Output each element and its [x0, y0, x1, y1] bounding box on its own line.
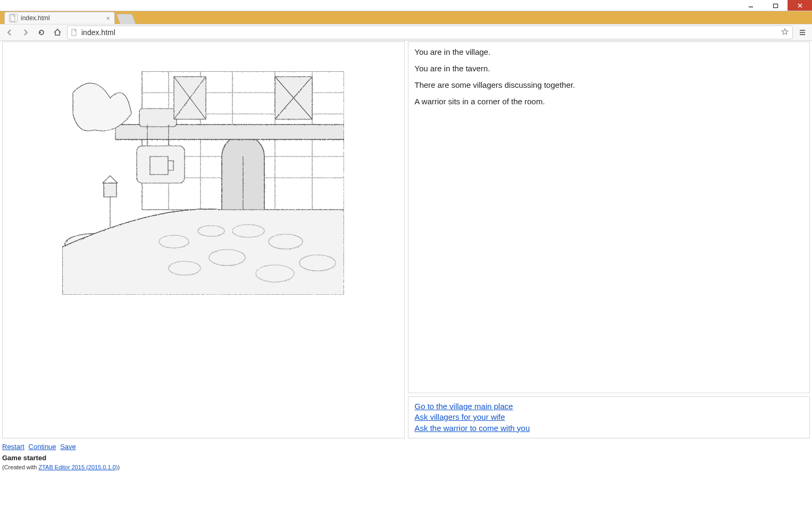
arrow-left-icon — [5, 28, 14, 37]
scene-panel — [2, 42, 405, 438]
arrow-right-icon — [21, 28, 30, 37]
svg-marker-33 — [103, 176, 118, 183]
game-status: Game started — [2, 454, 810, 462]
file-icon — [9, 14, 18, 22]
browser-menu-button[interactable] — [796, 26, 809, 39]
footer-links: Restart Continue Save — [2, 443, 810, 451]
credit-suffix: ) — [118, 464, 120, 470]
choice-link[interactable]: Go to the village main place — [415, 401, 803, 412]
browser-toolbar: index.html — [0, 24, 812, 41]
star-icon — [781, 28, 789, 36]
forward-button[interactable] — [19, 26, 32, 39]
credit-line: (Created with ZTAB Editor 2015 (2015.0.1… — [2, 464, 810, 470]
story-line: You are in the tavern. — [415, 64, 803, 73]
close-icon — [797, 3, 803, 9]
choices-panel: Go to the village main placeAsk villager… — [408, 396, 810, 438]
window-close-button[interactable] — [788, 0, 812, 11]
credit-prefix: (Created with — [2, 464, 38, 470]
page-viewport[interactable]: You are in the village.You are in the ta… — [0, 41, 812, 531]
home-button[interactable] — [51, 26, 64, 39]
story-panel: You are in the village.You are in the ta… — [408, 42, 810, 393]
url-text: index.html — [81, 28, 777, 37]
svg-rect-27 — [137, 146, 185, 183]
window-minimize-button[interactable] — [739, 0, 763, 11]
credit-link[interactable]: ZTAB Editor 2015 (2015.0.1.0) — [38, 464, 118, 470]
reload-icon — [37, 28, 46, 37]
new-tab-button[interactable] — [116, 14, 136, 24]
hamburger-icon — [798, 28, 807, 37]
page-content: You are in the village.You are in the ta… — [0, 41, 812, 476]
address-bar[interactable]: index.html — [67, 26, 793, 39]
browser-window: index.html × index.html — [0, 0, 812, 531]
footer-link-save[interactable]: Save — [60, 443, 76, 451]
footer-link-continue[interactable]: Continue — [29, 443, 56, 451]
footer-link-restart[interactable]: Restart — [2, 443, 24, 451]
story-line: A warrior sits in a corner of the room. — [415, 97, 803, 106]
home-icon — [53, 28, 62, 37]
story-line: There are some villagers discussing toge… — [415, 80, 803, 89]
tab-close-button[interactable]: × — [106, 14, 110, 22]
game-grid: You are in the village.You are in the ta… — [2, 42, 810, 438]
tab-title: index.html — [21, 14, 50, 22]
choice-link[interactable]: Ask villagers for your wife — [415, 412, 803, 422]
maximize-icon — [773, 3, 778, 9]
page-icon — [71, 29, 78, 36]
bookmark-button[interactable] — [781, 28, 789, 38]
choice-link[interactable]: Ask the warrior to come with you — [415, 423, 803, 434]
svg-rect-32 — [104, 183, 116, 197]
svg-rect-1 — [773, 4, 777, 7]
window-maximize-button[interactable] — [763, 0, 788, 11]
minimize-icon — [748, 3, 754, 8]
svg-rect-24 — [139, 109, 177, 127]
window-titlebar — [0, 0, 812, 11]
reload-button[interactable] — [35, 26, 48, 39]
browser-tab[interactable]: index.html × — [4, 12, 115, 24]
back-button[interactable] — [3, 26, 16, 39]
scene-image — [62, 71, 344, 295]
story-line: You are in the village. — [415, 47, 803, 56]
tab-strip: index.html × — [0, 11, 812, 24]
